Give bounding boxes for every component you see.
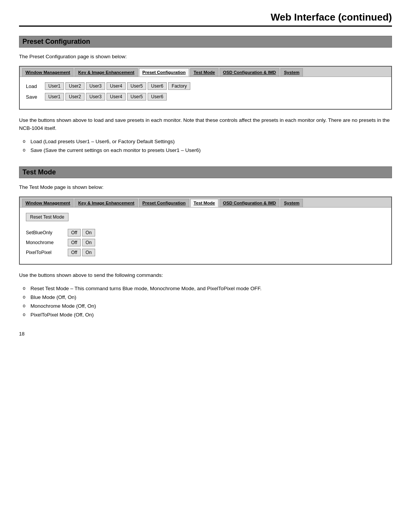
monochrome-label: Monochrome	[26, 240, 68, 245]
test-section-header: Test Mode	[19, 166, 392, 178]
save-row: Save User1 User2 User3 User4 User5 User6	[26, 93, 385, 101]
save-label: Save	[26, 94, 45, 100]
save-user6-button[interactable]: User6	[148, 93, 167, 101]
load-user3-button[interactable]: User3	[86, 82, 105, 90]
nav-item-system[interactable]: System	[280, 68, 303, 77]
test-browser-mock: Window Management Key & Image Enhancemen…	[19, 197, 392, 265]
pixel-to-pixel-on-button[interactable]: On	[82, 249, 95, 256]
load-user4-button[interactable]: User4	[107, 82, 126, 90]
load-factory-button[interactable]: Factory	[168, 82, 190, 90]
test-bullet-4: PixelToPixel Mode (Off, On)	[30, 311, 392, 320]
load-user5-button[interactable]: User5	[127, 82, 146, 90]
nav-item-key-image[interactable]: Key & Image Enhancement	[75, 68, 138, 77]
load-row: Load User1 User2 User3 User4 User5 User6…	[26, 82, 385, 90]
save-user2-button[interactable]: User2	[65, 93, 84, 101]
set-blue-only-on-button[interactable]: On	[82, 229, 95, 236]
nav-item-preset-config[interactable]: Preset Configuration	[139, 68, 189, 77]
test-bullet-3: Monochrome Mode (Off, On)	[30, 302, 392, 311]
preset-section: Preset Configuration The Preset Configur…	[19, 36, 392, 155]
preset-nav-bar: Window Management Key & Image Enhancemen…	[20, 67, 391, 77]
save-user4-button[interactable]: User4	[107, 93, 126, 101]
test-nav-preset-config[interactable]: Preset Configuration	[139, 199, 189, 207]
save-user5-button[interactable]: User5	[127, 93, 146, 101]
page-number: 18	[19, 331, 392, 337]
test-description: Use the buttons shown above to send the …	[19, 272, 392, 279]
test-bullets: Reset Test Mode – This command turns Blu…	[19, 284, 392, 320]
pixel-to-pixel-off-button[interactable]: Off	[68, 249, 81, 256]
preset-intro-text: The Preset Configuration page is shown b…	[19, 53, 392, 61]
preset-section-header: Preset Configuration	[19, 36, 392, 48]
nav-item-test-mode[interactable]: Test Mode	[190, 68, 218, 77]
preset-bullet-2: Save (Save the current settings on each …	[30, 146, 392, 155]
set-blue-only-label: SetBlueOnly	[26, 230, 68, 235]
set-blue-only-off-button[interactable]: Off	[68, 229, 81, 236]
test-nav-osd-config[interactable]: OSD Configuration & IMD	[220, 199, 279, 207]
preset-bullets: Load (Load presets User1 – User6, or Fac…	[19, 137, 392, 155]
reset-test-mode-button[interactable]: Reset Test Mode	[26, 213, 68, 221]
test-nav-key-image[interactable]: Key & Image Enhancement	[75, 199, 138, 207]
load-label: Load	[26, 83, 45, 89]
set-blue-only-row: SetBlueOnly Off On	[26, 229, 385, 236]
test-bullet-1: Reset Test Mode – This command turns Blu…	[30, 284, 392, 293]
load-user2-button[interactable]: User2	[65, 82, 84, 90]
nav-item-osd-config[interactable]: OSD Configuration & IMD	[220, 68, 279, 77]
test-nav-system[interactable]: System	[280, 199, 303, 207]
monochrome-off-button[interactable]: Off	[68, 239, 81, 246]
load-user6-button[interactable]: User6	[148, 82, 167, 90]
test-browser-content: Reset Test Mode SetBlueOnly Off On Monoc…	[20, 208, 391, 264]
preset-bullet-1: Load (Load presets User1 – User6, or Fac…	[30, 137, 392, 146]
monochrome-row: Monochrome Off On	[26, 239, 385, 246]
preset-browser-content: Load User1 User2 User3 User4 User5 User6…	[20, 77, 391, 109]
page-title: Web Interface (continued)	[19, 11, 392, 27]
monochrome-on-button[interactable]: On	[82, 239, 95, 246]
test-nav-bar: Window Management Key & Image Enhancemen…	[20, 197, 391, 208]
save-user1-button[interactable]: User1	[45, 93, 64, 101]
test-intro-text: The Test Mode page is shown below:	[19, 184, 392, 191]
save-user3-button[interactable]: User3	[86, 93, 105, 101]
preset-browser-mock: Window Management Key & Image Enhancemen…	[19, 66, 392, 110]
test-nav-window-management[interactable]: Window Management	[22, 199, 73, 207]
test-section: Test Mode The Test Mode page is shown be…	[19, 166, 392, 320]
test-nav-test-mode[interactable]: Test Mode	[190, 199, 218, 207]
nav-item-window-management[interactable]: Window Management	[22, 68, 73, 77]
pixel-to-pixel-label: PixelToPixel	[26, 250, 68, 255]
pixel-to-pixel-row: PixelToPixel Off On	[26, 249, 385, 256]
test-bullet-2: Blue Mode (Off, On)	[30, 293, 392, 302]
load-user1-button[interactable]: User1	[45, 82, 64, 90]
preset-description: Use the buttons shown above to load and …	[19, 117, 392, 132]
